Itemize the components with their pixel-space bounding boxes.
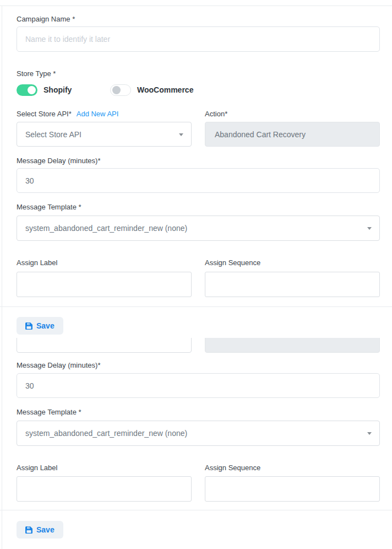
message-template-label: Message Template * (17, 408, 380, 417)
assign-labels-row: Assign Label Assign Sequence (17, 259, 380, 267)
message-template-label: Message Template * (17, 203, 380, 212)
campaign-name-input[interactable] (17, 26, 380, 52)
card-top-border (0, 6, 392, 6)
woocommerce-toggle-label: WooCommerce (137, 85, 193, 94)
assign-fields-row (17, 476, 380, 502)
save-icon (25, 322, 32, 330)
action-value: Abandoned Cart Recovery (215, 130, 306, 139)
save-button-label: Save (36, 525, 55, 534)
woocommerce-toggle[interactable] (110, 84, 131, 96)
assign-label-label: Assign Label (17, 464, 192, 472)
message-delay-label: Message Delay (minutes)* (17, 361, 380, 370)
campaign-form-1: Campaign Name * Store Type * Shopify Woo… (0, 15, 392, 297)
select-store-api-label: Select Store API* (17, 110, 72, 119)
message-template-select[interactable]: system_abandoned_cart_reminder_new (none… (17, 421, 380, 446)
store-type-toggle-row: Shopify WooCommerce (17, 83, 380, 96)
card-left-border (2, 6, 2, 549)
campaign-name-label: Campaign Name * (17, 15, 380, 24)
store-api-select[interactable]: Select Store API (17, 122, 192, 147)
campaign-form-page: Campaign Name * Store Type * Shopify Woo… (0, 6, 392, 549)
assign-sequence-label: Assign Sequence (205, 259, 380, 267)
assign-label-input[interactable] (17, 476, 192, 502)
assign-sequence-input[interactable] (205, 476, 380, 502)
form-2-footer: Save (0, 510, 392, 539)
shopify-toggle-label: Shopify (43, 85, 72, 94)
store-api-action-labels-row: Select Store API* Add New API Action* (17, 110, 380, 119)
toggle-knob (112, 86, 121, 94)
message-delay-input[interactable] (17, 168, 380, 193)
clipped-fields-row (0, 338, 392, 353)
message-delay-input[interactable] (17, 373, 380, 398)
toggle-knob (28, 86, 36, 94)
caret-down-icon (367, 227, 372, 230)
message-template-selected-value: system_abandoned_cart_reminder_new (none… (25, 224, 187, 233)
shopify-toggle[interactable] (17, 84, 37, 96)
store-type-label: Store Type * (17, 69, 380, 78)
assign-sequence-label: Assign Sequence (205, 464, 380, 472)
action-field-disabled: Abandoned Cart Recovery (205, 122, 380, 147)
save-button[interactable]: Save (17, 521, 63, 539)
message-delay-label: Message Delay (minutes)* (17, 157, 380, 165)
shopify-toggle-group: Shopify (17, 84, 110, 96)
save-icon (25, 526, 32, 534)
caret-down-icon (179, 133, 183, 136)
message-template-select[interactable]: system_abandoned_cart_reminder_new (none… (17, 216, 380, 241)
woocommerce-toggle-group: WooCommerce (110, 84, 204, 96)
save-button-label: Save (36, 321, 55, 330)
form-1-footer: Save (0, 307, 392, 338)
caret-down-icon (367, 432, 372, 435)
store-api-select-clipped[interactable] (17, 338, 192, 353)
campaign-form-2: Message Delay (minutes)* Message Templat… (0, 361, 392, 502)
save-button[interactable]: Save (17, 317, 63, 335)
message-template-selected-value: system_abandoned_cart_reminder_new (none… (25, 429, 187, 438)
action-field-clipped (205, 338, 380, 353)
action-label: Action* (205, 110, 380, 119)
store-api-selected-value: Select Store API (25, 130, 81, 139)
assign-label-input[interactable] (17, 272, 192, 297)
assign-label-label: Assign Label (17, 259, 192, 267)
assign-labels-row: Assign Label Assign Sequence (17, 464, 380, 472)
assign-fields-row (17, 272, 380, 297)
assign-sequence-input[interactable] (205, 272, 380, 297)
store-api-action-fields-row: Select Store API Abandoned Cart Recovery (17, 122, 380, 147)
add-new-api-link[interactable]: Add New API (77, 110, 119, 118)
